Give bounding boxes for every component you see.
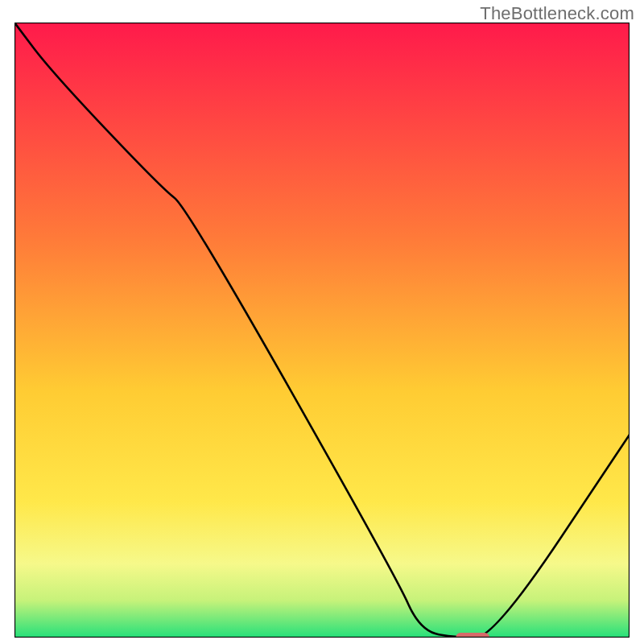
plot-background — [14, 23, 630, 638]
watermark-text: TheBottleneck.com — [480, 3, 634, 24]
bottleneck-chart — [14, 23, 630, 638]
chart-container: TheBottleneck.com — [0, 0, 644, 644]
